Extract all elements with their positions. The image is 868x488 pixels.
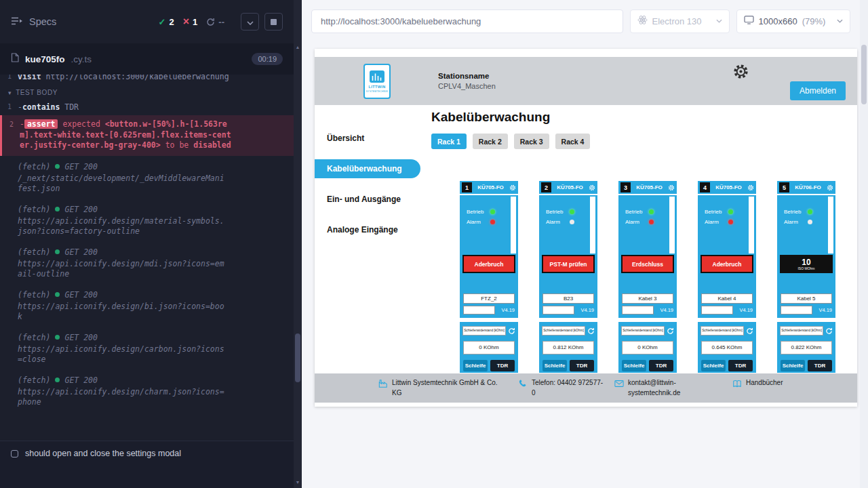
alarm-led — [570, 220, 574, 224]
next-test-bar[interactable]: should open and close the settings modal — [0, 441, 294, 488]
viewport-icon — [744, 16, 754, 26]
measurement-label: Schleifenwiderstand [kOhm] — [542, 326, 585, 336]
stop-icon — [271, 19, 277, 25]
viewport-size: 1000x660 — [759, 16, 797, 26]
version-input[interactable] — [622, 306, 654, 314]
passed-count[interactable]: 2 — [159, 17, 174, 27]
firmware-version: V4.19 — [733, 307, 753, 313]
schleife-button[interactable]: Schleife — [622, 360, 646, 371]
fetch-log-entry[interactable]: (fetch)GET 200/_next/static/development/… — [0, 158, 294, 199]
scroll-up-arrow[interactable] — [294, 45, 302, 49]
app-header: LITTWIN SYSTEMTECHNIK Stationsname CPLV4… — [315, 57, 857, 105]
scrollbar-thumb[interactable] — [861, 45, 867, 104]
refresh-icon[interactable] — [587, 327, 595, 335]
app-body: ÜbersichtKabelüberwachungEin- und Ausgän… — [315, 105, 857, 373]
refresh-icon[interactable] — [667, 327, 674, 335]
tab-rack-2[interactable]: Rack 2 — [473, 134, 508, 149]
reporter-scrollbar[interactable] — [294, 0, 302, 488]
failed-assert-row[interactable]: 2 assert expected <button.w-[50%].h-[1.5… — [0, 115, 294, 156]
tab-rack-1[interactable]: Rack 1 — [431, 134, 467, 149]
phone-icon — [518, 379, 528, 388]
sidebar-item-analoge-eingange[interactable]: Analoge Eingänge — [315, 220, 420, 239]
betrieb-label: Betrieb — [784, 209, 804, 215]
sidebar-item-ubersicht[interactable]: Übersicht — [315, 129, 420, 148]
logout-button[interactable]: Abmelden — [790, 81, 846, 100]
tdr-button[interactable]: TDR — [649, 360, 673, 371]
stop-button[interactable] — [264, 13, 283, 30]
betrieb-led — [808, 209, 812, 214]
status-alarm-button[interactable]: PST-M prüfen — [543, 256, 593, 272]
measurement-value: 0.822 KOhm — [781, 341, 832, 354]
browser-select[interactable]: Electron 130 — [630, 9, 730, 33]
version-row: V4.19 — [463, 306, 515, 314]
version-input[interactable] — [542, 306, 574, 314]
settings-gear-icon[interactable] — [732, 63, 749, 83]
sidebar-item-kabeluberwachung[interactable]: Kabelüberwachung — [315, 159, 420, 178]
cable-name: Kabel 3 — [622, 293, 673, 304]
fetch-log-entry[interactable]: (fetch)GET 200https://api.iconify.design… — [0, 201, 294, 241]
device-settings-icon[interactable] — [509, 184, 516, 191]
device-number: 3 — [620, 182, 631, 192]
schleife-button[interactable]: Schleife — [701, 360, 726, 371]
tdr-button[interactable]: TDR — [728, 360, 753, 371]
url-input[interactable] — [311, 9, 623, 33]
refresh-icon[interactable] — [746, 327, 753, 335]
fetch-tag: (fetch) — [18, 247, 50, 258]
contains-command-row[interactable]: 1 contains TDR — [0, 100, 294, 114]
sidebar-item-ein-und-ausgange[interactable]: Ein- und Ausgänge — [315, 190, 420, 209]
schleife-button[interactable]: Schleife — [463, 360, 488, 371]
alarm-indicator: Alarm — [698, 219, 756, 225]
tdr-button[interactable]: TDR — [570, 360, 594, 371]
device-settings-icon[interactable] — [747, 184, 754, 191]
fetch-url: https://api.iconify.design/material-symb… — [18, 216, 226, 237]
status-display: 10ISO MOhm — [780, 255, 833, 273]
device-settings-icon[interactable] — [827, 184, 833, 191]
version-input[interactable] — [781, 306, 812, 314]
visit-command-row[interactable]: 1 visit http://localhost:3000/kabelueber… — [0, 75, 294, 83]
spec-name[interactable]: kue705fo — [25, 54, 65, 64]
footer-item-manuals[interactable]: Handbücher — [732, 378, 783, 388]
tdr-button[interactable]: TDR — [808, 360, 832, 371]
fetch-log-entry[interactable]: (fetch)GET 200https://api.iconify.design… — [0, 371, 294, 412]
status-alarm-button[interactable]: Erdschluss — [623, 256, 673, 272]
fetch-log-entry[interactable]: (fetch)GET 200https://api.iconify.design… — [0, 286, 294, 327]
version-input[interactable] — [701, 306, 733, 314]
footer-item-email[interactable]: kontakt@littwin-systemtechnik.de — [614, 378, 686, 398]
footer-text: Littwin Systemtechnik GmbH & Co. KG — [392, 378, 509, 398]
tab-rack-3[interactable]: Rack 3 — [514, 134, 549, 149]
viewport-select[interactable]: 1000x660 (79%) — [736, 9, 850, 33]
refresh-icon[interactable] — [508, 327, 515, 335]
scrollbar-thumb[interactable] — [295, 333, 300, 382]
device-card-2: 2KÜ705-FOBetriebAlarmPST-M prüfenB23V4.1… — [539, 181, 597, 373]
refresh-icon[interactable] — [825, 327, 833, 335]
fetch-log-entry[interactable]: (fetch)GET 200https://api.iconify.design… — [0, 329, 294, 369]
scroll-down-arrow[interactable] — [294, 480, 302, 485]
tdr-button[interactable]: TDR — [490, 360, 515, 371]
device-settings-icon[interactable] — [589, 184, 595, 191]
page-scrollbar[interactable] — [860, 0, 868, 488]
specs-menu-button[interactable]: Specs — [11, 16, 56, 28]
tab-rack-4[interactable]: Rack 4 — [555, 134, 591, 149]
status-alarm-button[interactable]: Aderbruch — [702, 256, 752, 272]
footer-item-phone[interactable]: Telefon: 04402 972577-0 — [518, 378, 606, 398]
schleife-button[interactable]: Schleife — [542, 360, 567, 371]
page-title: Kabelüberwachung — [431, 110, 857, 125]
device-card-header: 1KÜ705-FO — [460, 181, 518, 195]
fetch-log-entry[interactable]: (fetch)GET 200https://api.iconify.design… — [0, 243, 294, 284]
device-model: KÜ705-FO — [632, 184, 667, 190]
device-settings-icon[interactable] — [668, 184, 675, 191]
measurement-row: Schleifenwiderstand [kOhm] — [621, 326, 674, 336]
command-number — [0, 161, 18, 195]
pending-count[interactable]: -- — [206, 17, 224, 27]
failed-count[interactable]: 1 — [183, 17, 198, 27]
book-icon — [732, 379, 742, 388]
fetch-log-body: (fetch)GET 200/_next/static/development/… — [18, 161, 290, 195]
test-body-section[interactable]: TEST BODY — [0, 83, 294, 100]
status-alarm-button[interactable]: Aderbruch — [464, 256, 514, 272]
device-card-header: 3KÜ705-FO — [618, 181, 677, 195]
card-divider — [618, 318, 677, 322]
version-input[interactable] — [463, 306, 495, 314]
rack-tabs: Rack 1Rack 2Rack 3Rack 4 — [431, 134, 857, 149]
collapse-panel-button[interactable] — [241, 13, 259, 30]
schleife-button[interactable]: Schleife — [781, 360, 805, 371]
